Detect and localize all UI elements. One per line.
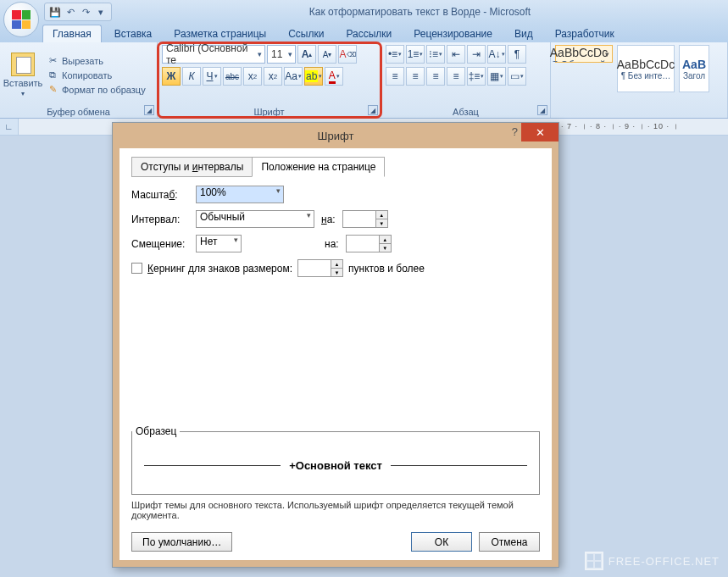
align-center-button[interactable]: ≡ bbox=[406, 67, 425, 86]
tab-insert[interactable]: Вставка bbox=[105, 25, 162, 42]
paragraph-dialog-launcher[interactable]: ◢ bbox=[537, 105, 547, 115]
clipboard-dialog-launcher[interactable]: ◢ bbox=[144, 105, 154, 115]
paste-button[interactable]: Вставить ▾ bbox=[4, 45, 42, 105]
cut-button[interactable]: ✂Вырезать bbox=[44, 54, 148, 68]
paragraph-group-label: Абзац bbox=[386, 105, 546, 118]
show-marks-button[interactable]: ¶ bbox=[508, 45, 526, 64]
position-value-field[interactable] bbox=[347, 236, 379, 252]
kerning-label: Кернинг для знаков размером: bbox=[147, 263, 292, 275]
italic-button[interactable]: К bbox=[182, 67, 201, 86]
font-size-combo[interactable]: 11 bbox=[267, 45, 296, 64]
cancel-button[interactable]: Отмена bbox=[479, 532, 540, 552]
sort-button[interactable]: A↓ bbox=[487, 45, 506, 64]
format-painter-button[interactable]: ✎Формат по образцу bbox=[44, 83, 148, 97]
multilevel-button[interactable]: ⁝≡ bbox=[426, 45, 445, 64]
strike-button[interactable]: abc bbox=[223, 67, 242, 86]
paste-icon bbox=[11, 53, 35, 76]
tab-review[interactable]: Рецензирование bbox=[404, 25, 502, 42]
change-case-button[interactable]: Aa bbox=[284, 67, 303, 86]
watermark-text: FREE-OFFICE.NET bbox=[609, 555, 720, 568]
dialog-close-button[interactable]: ✕ bbox=[521, 123, 559, 141]
align-right-button[interactable]: ≡ bbox=[426, 67, 445, 86]
group-font: Calibri (Основной те 11 A▴ A▾ A⌫ Ж К Ч a… bbox=[158, 42, 381, 118]
format-painter-label: Формат по образцу bbox=[62, 85, 146, 95]
sample-line-left bbox=[144, 465, 281, 466]
watermark-icon bbox=[585, 552, 603, 570]
kerning-checkbox[interactable] bbox=[131, 263, 142, 274]
ribbon: Вставить ▾ ✂Вырезать ⧉Копировать ✎Формат… bbox=[0, 42, 728, 119]
tab-layout[interactable]: Разметка страницы bbox=[164, 25, 275, 42]
highlight-button[interactable]: ab bbox=[304, 67, 323, 86]
tab-developer[interactable]: Разработчик bbox=[546, 25, 624, 42]
subscript-button[interactable]: x2 bbox=[243, 67, 262, 86]
spacing-select[interactable]: Обычный bbox=[196, 210, 314, 228]
shading-button[interactable]: ▦ bbox=[487, 67, 506, 86]
shrink-font-button[interactable]: A▾ bbox=[318, 45, 336, 64]
dialog-tab-indents[interactable]: Отступы и интервалы bbox=[131, 157, 253, 177]
defaults-button[interactable]: По умолчанию… bbox=[131, 532, 232, 552]
bullets-button[interactable]: •≡ bbox=[386, 45, 404, 64]
watermark: FREE-OFFICE.NET bbox=[585, 552, 720, 570]
clipboard-group-label: Буфер обмена bbox=[4, 105, 153, 118]
tab-home[interactable]: Главная bbox=[42, 25, 102, 42]
style-heading1[interactable]: AaB Загол bbox=[679, 45, 709, 92]
dialog-tab-position[interactable]: Положение на странице bbox=[252, 157, 385, 177]
dialog-titlebar[interactable]: Шрифт ? ✕ bbox=[113, 123, 559, 148]
group-paragraph: •≡ 1≡ ⁝≡ ⇤ ⇥ A↓ ¶ ≡ ≡ ≡ ≡ ‡≡ ▦ ▭ Абзац ◢ bbox=[381, 42, 551, 118]
spinner-icon[interactable]: ▲▼ bbox=[375, 211, 387, 227]
dialog-help-icon[interactable]: ? bbox=[512, 125, 518, 138]
spinner-icon[interactable]: ▲▼ bbox=[379, 236, 391, 252]
inc-indent-button[interactable]: ⇥ bbox=[467, 45, 486, 64]
superscript-button[interactable]: x2 bbox=[264, 67, 282, 86]
grow-font-button[interactable]: A▴ bbox=[297, 45, 316, 64]
spinner-icon[interactable]: ▲▼ bbox=[331, 260, 342, 276]
qat-dropdown-icon[interactable]: ▾ bbox=[94, 5, 108, 19]
kerning-unit: пунктов и более bbox=[348, 263, 425, 275]
line-spacing-button[interactable]: ‡≡ bbox=[467, 67, 486, 86]
sample-fieldset: Образец +Основной текст bbox=[131, 425, 540, 495]
kerning-value-field[interactable] bbox=[298, 260, 331, 276]
spacing-on-label: на: bbox=[321, 214, 336, 225]
title-bar: 💾 ↶ ↷ ▾ Как отформатировать текст в Ворд… bbox=[0, 0, 728, 24]
underline-button[interactable]: Ч bbox=[203, 67, 221, 86]
tab-references[interactable]: Ссылки bbox=[279, 25, 333, 42]
font-name-combo[interactable]: Calibri (Основной те bbox=[162, 45, 265, 64]
align-left-button[interactable]: ≡ bbox=[386, 67, 404, 86]
copy-button[interactable]: ⧉Копировать bbox=[44, 69, 148, 82]
ribbon-tabs: Главная Вставка Разметка страницы Ссылки… bbox=[0, 24, 728, 42]
bold-button[interactable]: Ж bbox=[162, 67, 181, 86]
quick-access-toolbar: 💾 ↶ ↷ ▾ bbox=[44, 3, 112, 21]
clear-format-button[interactable]: A⌫ bbox=[338, 45, 357, 64]
office-button[interactable] bbox=[3, 2, 39, 37]
position-value-input[interactable]: ▲▼ bbox=[346, 235, 392, 252]
style-normal[interactable]: AaBbCcDc ¶ Обычный bbox=[555, 45, 613, 63]
tab-selector[interactable]: ∟ bbox=[0, 119, 19, 135]
window-title: Как отформатировать текст в Ворде - Micr… bbox=[112, 6, 728, 18]
position-select[interactable]: Нет bbox=[196, 235, 242, 252]
dialog-tabs: Отступы и интервалы Положение на страниц… bbox=[131, 157, 540, 177]
scale-label: Масштаб: bbox=[131, 189, 189, 201]
font-dialog: Шрифт ? ✕ Отступы и интервалы Положение … bbox=[112, 122, 559, 568]
tab-mailings[interactable]: Рассылки bbox=[336, 25, 401, 42]
cut-label: Вырезать bbox=[62, 56, 103, 66]
font-group-label: Шрифт bbox=[162, 105, 376, 118]
undo-icon[interactable]: ↶ bbox=[64, 5, 77, 19]
font-dialog-launcher[interactable]: ◢ bbox=[368, 105, 378, 115]
font-color-button[interactable]: A bbox=[325, 67, 343, 86]
office-logo-icon bbox=[12, 10, 31, 29]
spacing-value-field[interactable] bbox=[343, 211, 375, 227]
spacing-value-input[interactable]: ▲▼ bbox=[342, 210, 388, 228]
tab-view[interactable]: Вид bbox=[505, 25, 542, 42]
scale-select[interactable]: 100% bbox=[196, 186, 284, 203]
justify-button[interactable]: ≡ bbox=[447, 67, 465, 86]
ok-button[interactable]: ОК bbox=[411, 532, 472, 552]
style-no-spacing[interactable]: AaBbCcDc ¶ Без инте… bbox=[617, 45, 675, 92]
dec-indent-button[interactable]: ⇤ bbox=[447, 45, 465, 64]
position-on-label: на: bbox=[325, 238, 339, 250]
numbering-button[interactable]: 1≡ bbox=[406, 45, 425, 64]
redo-icon[interactable]: ↷ bbox=[79, 5, 92, 19]
spacing-label: Интервал: bbox=[131, 214, 189, 225]
kerning-value-input[interactable]: ▲▼ bbox=[297, 259, 343, 277]
save-icon[interactable]: 💾 bbox=[48, 5, 62, 19]
borders-button[interactable]: ▭ bbox=[508, 67, 526, 86]
